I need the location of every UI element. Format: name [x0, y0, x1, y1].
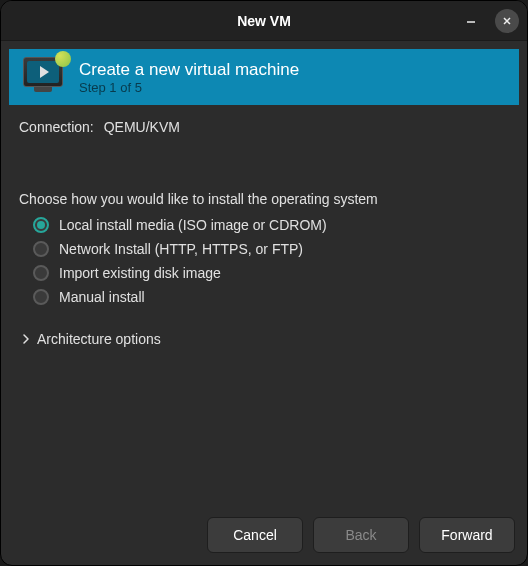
- cancel-button[interactable]: Cancel: [207, 517, 303, 553]
- forward-button[interactable]: Forward: [419, 517, 515, 553]
- wizard-title: Create a new virtual machine: [79, 60, 299, 80]
- wizard-header: Create a new virtual machine Step 1 of 5: [9, 49, 519, 105]
- titlebar: New VM: [1, 1, 527, 41]
- radio-import-disk[interactable]: Import existing disk image: [33, 265, 509, 281]
- radio-local-media[interactable]: Local install media (ISO image or CDROM): [33, 217, 509, 233]
- close-icon: [500, 14, 514, 28]
- minimize-button[interactable]: [459, 9, 483, 33]
- window-title: New VM: [237, 13, 291, 29]
- back-button: Back: [313, 517, 409, 553]
- connection-label: Connection:: [19, 119, 94, 135]
- vm-icon: [23, 57, 67, 97]
- radio-icon: [33, 265, 49, 281]
- install-prompt: Choose how you would like to install the…: [19, 191, 509, 207]
- new-vm-dialog: New VM Create a new virtual machine Step…: [0, 0, 528, 566]
- chevron-right-icon: [19, 332, 33, 346]
- connection-row: Connection: QEMU/KVM: [19, 119, 509, 135]
- wizard-header-text: Create a new virtual machine Step 1 of 5: [79, 60, 299, 95]
- install-method-group: Local install media (ISO image or CDROM)…: [19, 217, 509, 305]
- wizard-step: Step 1 of 5: [79, 80, 299, 95]
- radio-icon: [33, 217, 49, 233]
- radio-label: Network Install (HTTP, HTTPS, or FTP): [59, 241, 303, 257]
- titlebar-controls: [459, 9, 519, 33]
- minimize-icon: [464, 14, 478, 28]
- close-button[interactable]: [495, 9, 519, 33]
- connection-value: QEMU/KVM: [104, 119, 180, 135]
- radio-network-install[interactable]: Network Install (HTTP, HTTPS, or FTP): [33, 241, 509, 257]
- wizard-content: Connection: QEMU/KVM Choose how you woul…: [1, 105, 527, 505]
- radio-label: Manual install: [59, 289, 145, 305]
- radio-label: Import existing disk image: [59, 265, 221, 281]
- radio-manual-install[interactable]: Manual install: [33, 289, 509, 305]
- radio-label: Local install media (ISO image or CDROM): [59, 217, 327, 233]
- radio-icon: [33, 289, 49, 305]
- architecture-expander[interactable]: Architecture options: [19, 331, 509, 347]
- radio-icon: [33, 241, 49, 257]
- wizard-footer: Cancel Back Forward: [1, 505, 527, 565]
- expander-label: Architecture options: [37, 331, 161, 347]
